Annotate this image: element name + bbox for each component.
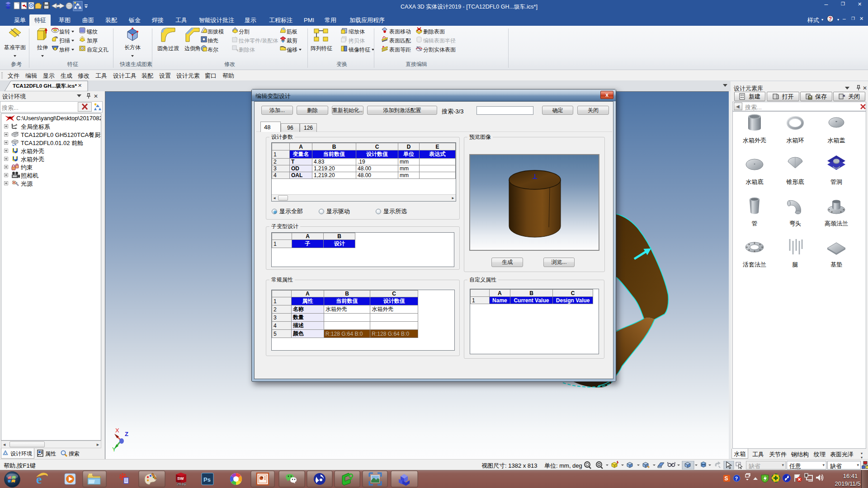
svg-text:Ps: Ps (203, 476, 211, 483)
svg-text:S: S (725, 475, 728, 482)
svg-text:2016: 2016 (177, 482, 186, 486)
svg-text:X: X (115, 427, 119, 434)
svg-text:SW: SW (177, 476, 184, 481)
svg-text:Y: Y (112, 446, 116, 453)
svg-text:?: ? (735, 476, 738, 481)
svg-text:Z: Z (125, 431, 128, 437)
